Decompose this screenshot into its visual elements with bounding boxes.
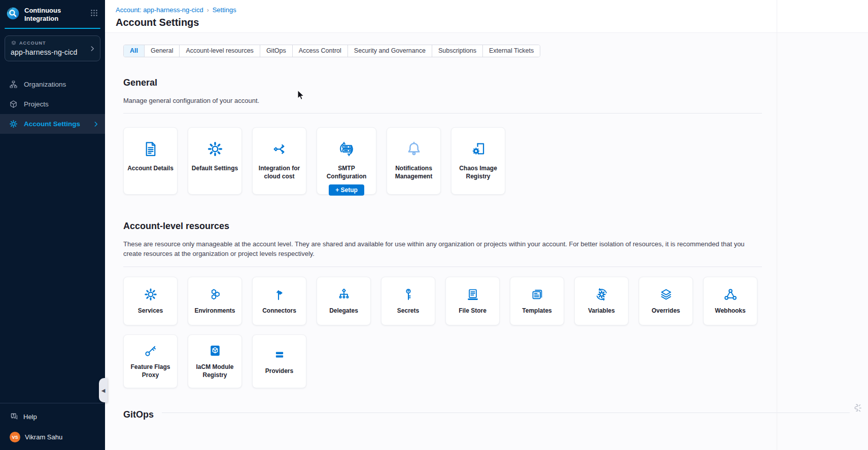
section-divider — [123, 267, 762, 267]
sidebar-item-label: Account Settings — [24, 120, 80, 128]
stacked-templates-icon — [530, 287, 545, 302]
sidebar-item-label: Projects — [24, 100, 49, 108]
module-title: Continuous Integration — [24, 7, 73, 22]
card-secrets[interactable]: Secrets — [381, 277, 435, 325]
cube-registry-icon — [207, 343, 223, 358]
settings-tabs: AllGeneralAccount-level resourcesGitOpsA… — [123, 45, 540, 57]
card-providers[interactable]: Providers — [252, 334, 306, 388]
help-button[interactable]: Help — [10, 412, 105, 421]
layers-icon — [658, 287, 674, 302]
card-label: File Store — [456, 307, 489, 315]
webhook-icon — [723, 287, 738, 302]
card-smtp-configuration[interactable]: SMTP Configuration+ Setup — [317, 127, 376, 195]
help-chat-icon — [10, 412, 19, 421]
account-selector[interactable]: ACCOUNT app-harness-ng-cicd — [5, 35, 100, 61]
account-stack-icon — [11, 40, 17, 46]
section-divider — [123, 113, 762, 114]
bars-icon — [272, 347, 287, 362]
user-name: Vikram Sahu — [25, 433, 62, 441]
page-header: Account: app-harness-ng-cicd›Settings Ac… — [105, 0, 868, 33]
tab-all[interactable]: All — [124, 45, 145, 57]
smtp-server-icon — [337, 140, 356, 158]
image-registry-gear-icon — [469, 140, 488, 158]
gitops-section-header: GitOps — [123, 409, 868, 420]
delegate-hierarchy-icon — [336, 287, 352, 302]
bell-icon — [405, 140, 423, 158]
card-connectors[interactable]: Connectors — [252, 277, 306, 325]
tab-account-level-resources[interactable]: Account-level resources — [180, 45, 260, 57]
sidebar-item-organizations[interactable]: Organizations — [0, 74, 105, 94]
page-title: Account Settings — [116, 17, 868, 28]
card-overrides[interactable]: Overrides — [639, 277, 693, 325]
fork-arrows-icon — [272, 287, 287, 302]
card-label: Feature Flags Proxy — [124, 363, 177, 379]
avatar: VS — [10, 432, 20, 442]
card-webhooks[interactable]: Webhooks — [703, 277, 757, 325]
resource-cards-row2: Feature Flags ProxyIaCM Module RegistryP… — [123, 334, 868, 388]
card-label: IaCM Module Registry — [188, 363, 241, 379]
section-divider — [162, 413, 850, 413]
org-chart-icon — [9, 80, 18, 89]
card-variables[interactable]: Variables — [574, 277, 629, 325]
breadcrumb-separator: › — [207, 7, 209, 14]
sidebar-collapse-handle[interactable]: ◀ — [99, 378, 108, 402]
assistant-icon[interactable] — [853, 402, 864, 414]
card-feature-flags-proxy[interactable]: Feature Flags Proxy — [123, 334, 178, 388]
card-label: Overrides — [649, 307, 682, 315]
card-environments[interactable]: Environments — [188, 277, 242, 325]
breadcrumb: Account: app-harness-ng-cicd›Settings — [116, 6, 868, 14]
account-selector-label: ACCOUNT — [11, 40, 87, 46]
card-default-settings[interactable]: Default Settings — [188, 127, 242, 195]
tab-access-control[interactable]: Access Control — [293, 45, 348, 57]
sidebar-item-projects[interactable]: Projects — [0, 94, 105, 114]
card-templates[interactable]: Templates — [510, 277, 564, 325]
sidebar-item-account-settings[interactable]: Account Settings — [0, 114, 105, 134]
breadcrumb-link-settings[interactable]: Settings — [213, 6, 236, 14]
sidebar-nav: OrganizationsProjectsAccount Settings — [0, 74, 105, 134]
share-network-icon — [270, 140, 289, 158]
tab-gitops[interactable]: GitOps — [260, 45, 293, 57]
card-label: Chaos Image Registry — [452, 164, 505, 180]
general-cards: Account DetailsDefault SettingsIntegrati… — [123, 127, 868, 195]
card-account-details[interactable]: Account Details — [123, 127, 178, 195]
account-name: app-harness-ng-cicd — [11, 48, 87, 56]
card-label: Delegates — [327, 307, 361, 315]
sidebar-bottom: Help VS Vikram Sahu — [0, 403, 105, 450]
file-lines-icon — [465, 287, 480, 302]
card-chaos-image-registry[interactable]: Chaos Image Registry — [451, 127, 505, 195]
tab-external-tickets[interactable]: External Tickets — [483, 45, 540, 57]
chevron-right-icon — [89, 45, 96, 52]
card-label: Environments — [192, 307, 237, 315]
card-services[interactable]: Services — [123, 277, 178, 325]
smtp-setup-button[interactable]: + Setup — [329, 184, 364, 196]
card-label: Default Settings — [189, 164, 240, 172]
user-menu[interactable]: VS Vikram Sahu — [10, 432, 105, 442]
page-right-edge — [777, 0, 777, 450]
sidebar: Continuous Integration ACCOUNT app-harne… — [0, 0, 105, 450]
brand: Continuous Integration — [0, 0, 105, 22]
card-label: Services — [135, 307, 165, 315]
gear-icon — [206, 140, 224, 158]
gear-sync-icon — [594, 287, 609, 302]
resources-section-title: Account-level resources — [123, 221, 868, 232]
tab-general[interactable]: General — [145, 45, 180, 57]
breadcrumb-link-account-app-harness-ng-cicd[interactable]: Account: app-harness-ng-cicd — [116, 6, 203, 14]
card-iacm-module-registry[interactable]: IaCM Module Registry — [188, 334, 242, 388]
general-section-title: General — [123, 78, 868, 88]
tab-security-and-governance[interactable]: Security and Governance — [348, 45, 432, 57]
diagonal-key-icon — [143, 343, 158, 358]
app-grid-icon[interactable] — [90, 9, 98, 17]
card-notifications-management[interactable]: Notifications Management — [387, 127, 441, 195]
general-section-description: Manage general configuration of your acc… — [123, 96, 868, 106]
card-label: Templates — [519, 307, 554, 315]
card-delegates[interactable]: Delegates — [317, 277, 371, 325]
card-file-store[interactable]: File Store — [445, 277, 500, 325]
card-label: Connectors — [260, 307, 299, 315]
card-label: Webhooks — [712, 307, 748, 315]
main-area: Account: app-harness-ng-cicd›Settings Ac… — [105, 0, 868, 450]
card-integration-for-cloud-cost[interactable]: Integration for cloud cost — [252, 127, 306, 195]
module-accent-bar — [5, 28, 100, 29]
card-label: Account Details — [125, 164, 176, 172]
document-icon — [142, 140, 160, 158]
tab-subscriptions[interactable]: Subscriptions — [432, 45, 483, 57]
